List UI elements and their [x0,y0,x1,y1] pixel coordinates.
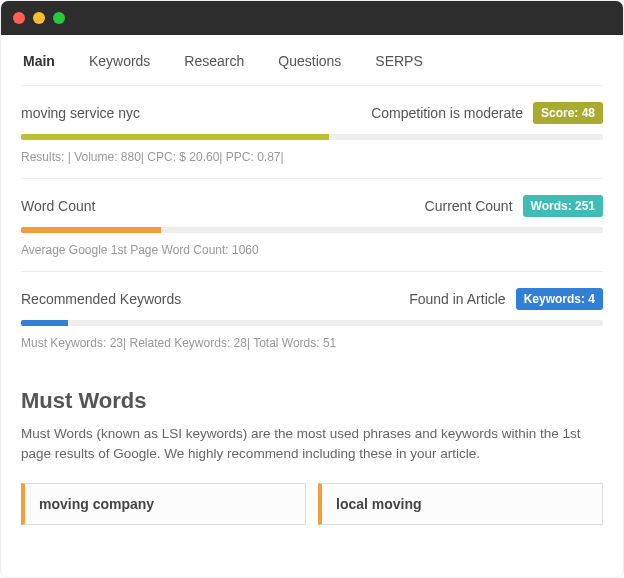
must-words-list: moving company local moving [21,483,603,525]
must-word-card[interactable]: moving company [21,483,306,525]
score-badge: Score: 48 [533,102,603,124]
keywords-title: Recommended Keywords [21,291,181,307]
competition-label: Competition is moderate [371,105,523,121]
tab-research[interactable]: Research [184,53,244,69]
maximize-icon[interactable] [53,12,65,24]
must-words-heading: Must Words [21,388,603,414]
tab-keywords[interactable]: Keywords [89,53,150,69]
tab-serps[interactable]: SERPS [375,53,422,69]
window-titlebar [1,1,623,35]
wordcount-badge: Words: 251 [523,195,603,217]
section-wordcount: Word Count Current Count Words: 251 Aver… [21,178,603,271]
wordcount-bar [21,227,603,233]
keywords-bar [21,320,603,326]
tab-questions[interactable]: Questions [278,53,341,69]
wordcount-meta: Average Google 1st Page Word Count: 1060 [21,243,603,257]
competition-meta: Results: | Volume: 880| CPC: $ 20.60| PP… [21,150,603,164]
section-keywords: Recommended Keywords Found in Article Ke… [21,271,603,364]
tab-main[interactable]: Main [23,53,55,69]
section-competition: moving service nyc Competition is modera… [21,85,603,178]
wordcount-title: Word Count [21,198,95,214]
keywords-label: Found in Article [409,291,506,307]
keywords-meta: Must Keywords: 23| Related Keywords: 28|… [21,336,603,350]
must-words-description: Must Words (known as LSI keywords) are t… [21,424,603,465]
competition-bar [21,134,603,140]
minimize-icon[interactable] [33,12,45,24]
keywords-badge: Keywords: 4 [516,288,603,310]
close-icon[interactable] [13,12,25,24]
wordcount-label: Current Count [425,198,513,214]
must-word-card[interactable]: local moving [318,483,603,525]
keyword-text: moving service nyc [21,105,140,121]
tab-bar: Main Keywords Research Questions SERPS [21,35,603,85]
